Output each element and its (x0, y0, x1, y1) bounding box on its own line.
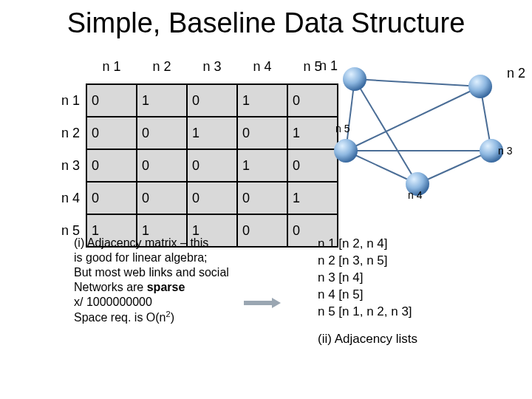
cell: 0 (86, 117, 137, 149)
svg-point-12 (334, 139, 358, 163)
cell: 0 (187, 149, 237, 182)
cell: 0 (187, 84, 237, 117)
cell: 0 (237, 182, 287, 214)
caption-line: Space req. is O(n2) (74, 310, 266, 325)
content-area: n 1 n 2 n 3 n 4 n 5 n 1 0 1 0 1 0 n 2 0 … (0, 44, 532, 398)
node-label-n3: n 3 (498, 145, 513, 157)
list-item: n 4 [n 5] (318, 287, 417, 304)
cell: 1 (237, 149, 287, 182)
cell: 0 (137, 182, 187, 214)
list-item: n 2 [n 3, n 5] (318, 253, 417, 270)
svg-point-8 (343, 67, 366, 91)
caption-line: But most web links and social (74, 265, 266, 280)
svg-point-9 (468, 75, 492, 98)
cell: 0 (237, 117, 287, 149)
col-n1: n 1 (86, 51, 137, 84)
svg-rect-13 (244, 301, 272, 305)
row-n4: n 4 (35, 182, 86, 214)
graph-diagram: n 5 n 3 n 4 (303, 51, 517, 228)
cell: 0 (86, 182, 137, 214)
cell: 1 (237, 84, 287, 117)
row-n1: n 1 (35, 84, 86, 117)
cell: 0 (86, 84, 137, 117)
cell: 1 (187, 117, 237, 149)
cell: 0 (187, 182, 237, 214)
matrix-table: n 1 n 2 n 3 n 4 n 5 n 1 0 1 0 1 0 n 2 0 … (35, 51, 338, 248)
adjlist-caption: (ii) Adjacency lists (318, 331, 417, 348)
matrix-caption: (i) Adjacency matrix – this is good for … (74, 236, 266, 325)
list-item: n 3 [n 4] (318, 270, 417, 287)
cell: 0 (86, 149, 137, 182)
cell: 1 (137, 84, 187, 117)
col-n3: n 3 (187, 51, 237, 84)
svg-marker-14 (272, 298, 281, 308)
adjacency-matrix: n 1 n 2 n 3 n 4 n 5 n 1 0 1 0 1 0 n 2 0 … (35, 51, 338, 248)
svg-line-4 (417, 151, 491, 184)
caption-line: Networks are sparse (74, 280, 266, 295)
col-n4: n 4 (237, 51, 287, 84)
list-item: n 5 [n 1, n 2, n 3] (318, 304, 417, 321)
svg-line-0 (355, 79, 480, 86)
node-label-n4: n 4 (408, 189, 423, 201)
list-item: n 1 [n 2, n 4] (318, 236, 417, 253)
cell: 0 (137, 149, 187, 182)
svg-line-3 (346, 86, 480, 151)
adjacency-lists: n 1 [n 2, n 4] n 2 [n 3, n 5] n 3 [n 4] … (318, 236, 417, 348)
caption-line: x/ 1000000000 (74, 295, 266, 310)
caption-line: is good for linear algebra; (74, 250, 266, 265)
row-n3: n 3 (35, 149, 86, 182)
caption-line: (i) Adjacency matrix – this (74, 236, 266, 250)
arrow-icon (244, 298, 281, 308)
page-title: Simple, Baseline Data Structure (0, 7, 532, 39)
cell: 0 (137, 117, 187, 149)
col-n2: n 2 (137, 51, 187, 84)
node-label-n5: n 5 (335, 123, 350, 134)
row-n2: n 2 (35, 117, 86, 149)
